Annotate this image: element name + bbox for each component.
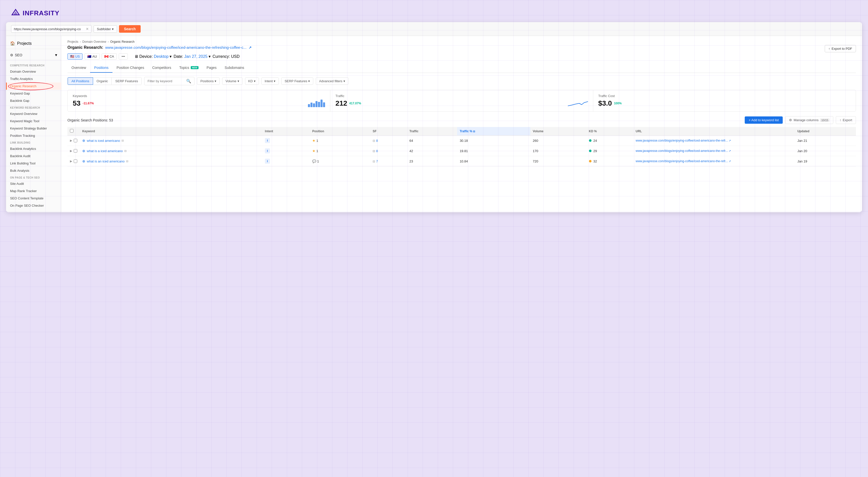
add-to-keyword-list-button[interactable]: + Add to keyword list (745, 117, 783, 124)
tab-position-changes[interactable]: Position Changes (113, 63, 148, 73)
td-expand-3: ▶ (67, 156, 80, 166)
filter-keyword-input[interactable] (148, 79, 185, 83)
sidebar-item-traffic-analytics[interactable]: Traffic Analytics (6, 75, 61, 83)
export-table-button[interactable]: ↑ Export (836, 116, 856, 124)
serp-features-filter-dropdown[interactable]: SERP Features ▾ (281, 77, 313, 85)
device-selector[interactable]: 🖥 Device: Desktop ▾ (134, 54, 172, 59)
url-external-icon-3[interactable]: ↗ (728, 160, 731, 163)
url-link-1[interactable]: www.javapresse.com/blogs/enjoying-coffee… (636, 139, 728, 142)
row-3-expand-btn[interactable]: ▶ (70, 159, 72, 163)
add-keyword-3-icon[interactable]: ⊕ (82, 159, 85, 163)
projects-label: Projects (17, 41, 32, 46)
flag-btn-us[interactable]: 🇺🇸 US (67, 53, 83, 60)
add-keyword-1-icon[interactable]: ⊕ (82, 138, 85, 142)
th-updated[interactable]: Updated (795, 127, 856, 135)
search-button[interactable]: Search (119, 25, 141, 33)
row-1-expand-btn[interactable]: ▶ (70, 139, 72, 142)
more-flags-button[interactable]: ••• (119, 53, 128, 60)
th-volume[interactable]: Volume (530, 127, 586, 135)
url-link-2[interactable]: www.javapresse.com/blogs/enjoying-coffee… (636, 149, 728, 153)
subfolder-button[interactable]: Subfolder ▾ (94, 25, 117, 33)
sidebar-item-keyword-gap[interactable]: Keyword Gap (6, 90, 61, 97)
currency-display: Currency: USD (213, 54, 240, 59)
url-external-icon-1[interactable]: ↗ (728, 139, 731, 142)
th-intent[interactable]: Intent (262, 127, 310, 135)
flag-btn-au[interactable]: 🇦🇺 AU (85, 53, 100, 60)
sidebar-item-keyword-strategy-builder[interactable]: Keyword Strategy Builder (6, 125, 61, 132)
add-keyword-2-icon[interactable]: ⊕ (82, 149, 85, 153)
external-link-icon[interactable]: ↗ (249, 45, 252, 50)
kd-filter-dropdown[interactable]: KD ▾ (245, 77, 259, 85)
row-3-checkbox[interactable] (74, 159, 77, 163)
copy-keyword-1-icon[interactable]: ⊟ (122, 139, 124, 142)
sidebar-item-keyword-overview[interactable]: Keyword Overview (6, 110, 61, 118)
position-value-1: 1 (316, 139, 318, 142)
th-url[interactable]: URL (633, 127, 795, 135)
keyword-2-link[interactable]: what is a iced americano (87, 149, 123, 153)
sidebar-item-bulk-analysis[interactable]: Bulk Analysis (6, 167, 61, 174)
sf-value-3[interactable]: 7 (376, 159, 378, 163)
tab-topics[interactable]: Topics new (175, 63, 203, 73)
row-1-checkbox[interactable] (74, 139, 77, 142)
tab-overview[interactable]: Overview (67, 63, 90, 73)
tab-competitors[interactable]: Competitors (148, 63, 175, 73)
row-2-expand-btn[interactable]: ▶ (70, 149, 72, 153)
select-all-checkbox[interactable] (70, 129, 73, 132)
breadcrumb: Projects › Domain Overview › Organic Res… (67, 40, 856, 43)
row-2-checkbox[interactable] (74, 149, 77, 153)
advanced-filters-dropdown[interactable]: Advanced filters ▾ (316, 77, 348, 85)
organic-btn[interactable]: Organic (93, 77, 112, 85)
tab-subdomains[interactable]: Subdomains (221, 63, 248, 73)
sidebar-item-backlink-gap[interactable]: Backlink Gap (6, 97, 61, 104)
copy-keyword-2-icon[interactable]: ⊟ (124, 149, 127, 153)
flag-ca-emoji: 🇨🇦 (104, 55, 108, 58)
keyword-1-link[interactable]: what is iced americano (87, 139, 120, 142)
sf-value-2[interactable]: 8 (376, 149, 378, 153)
date-selector[interactable]: Date: Jan 27, 2025 ▾ (174, 54, 211, 59)
breadcrumb-projects[interactable]: Projects (67, 40, 78, 43)
filter-search[interactable]: 🔍 (144, 77, 194, 85)
sidebar-item-keyword-magic-tool[interactable]: Keyword Magic Tool (6, 118, 61, 125)
sidebar-item-seo-content-template[interactable]: SEO Content Template (6, 195, 61, 202)
td-position-2: ★ 1 (310, 146, 370, 156)
th-sf[interactable]: SF (370, 127, 407, 135)
sidebar-item-on-page-seo-checker[interactable]: On Page SEO Checker (6, 202, 61, 209)
sidebar-item-organic-research[interactable]: Organic Research (6, 83, 61, 90)
copy-keyword-3-icon[interactable]: ⊟ (126, 160, 128, 163)
breadcrumb-domain-overview[interactable]: Domain Overview (82, 40, 106, 43)
sidebar-projects[interactable]: 🏠 Projects (6, 39, 61, 49)
sidebar-item-site-audit[interactable]: Site Audit (6, 180, 61, 187)
volume-filter-dropdown[interactable]: Volume ▾ (222, 77, 242, 85)
tab-pages[interactable]: Pages (203, 63, 221, 73)
sf-value-1[interactable]: 8 (376, 139, 378, 142)
keyword-3-link[interactable]: what is an iced americano (87, 159, 125, 163)
th-traffic-pct[interactable]: Traffic % ⊟ (457, 127, 530, 135)
tab-positions[interactable]: Positions (90, 63, 113, 73)
url-external-icon-2[interactable]: ↗ (728, 149, 731, 152)
flag-btn-ca[interactable]: 🇨🇦 CA (102, 53, 117, 60)
intent-filter-dropdown[interactable]: Intent ▾ (261, 77, 279, 85)
url-link-3[interactable]: www.javapresse.com/blogs/enjoying-coffee… (636, 159, 728, 163)
url-input-wrapper[interactable]: https://www.javapresse.com/blogs/enjoyin… (11, 25, 92, 33)
positions-filter-dropdown[interactable]: Positions ▾ (197, 77, 220, 85)
sidebar-item-link-building-tool[interactable]: Link Building Tool (6, 160, 61, 167)
sidebar-item-map-rank-tracker[interactable]: Map Rank Tracker (6, 187, 61, 195)
url-clear-btn[interactable]: ✕ (86, 27, 89, 31)
td-volume-1: 260 (530, 135, 586, 146)
data-table: Keyword Intent Position SF Traffic (67, 127, 856, 166)
export-pdf-button[interactable]: ↑ Export to PDF (825, 45, 856, 52)
filter-row: All Positions Organic SERP Features 🔍 Po… (67, 77, 856, 85)
all-positions-btn[interactable]: All Positions (68, 77, 93, 85)
sidebar-item-backlink-audit[interactable]: Backlink Audit (6, 152, 61, 160)
sidebar-item-position-tracking[interactable]: Position Tracking (6, 132, 61, 139)
sidebar-seo-header[interactable]: ⚙ SEO ▾ (10, 53, 57, 57)
sidebar-item-domain-overview[interactable]: Domain Overview (6, 68, 61, 75)
serp-features-btn[interactable]: SERP Features (112, 77, 142, 85)
th-kd[interactable]: KD % (586, 127, 633, 135)
th-position[interactable]: Position (310, 127, 370, 135)
search-icon: 🔍 (186, 79, 191, 84)
sidebar-item-backlink-analytics[interactable]: Backlink Analytics (6, 145, 61, 152)
manage-columns-button[interactable]: ⚙ Manage columns 10/15 (785, 116, 833, 124)
th-traffic[interactable]: Traffic (407, 127, 457, 135)
th-keyword[interactable]: Keyword (80, 127, 262, 135)
